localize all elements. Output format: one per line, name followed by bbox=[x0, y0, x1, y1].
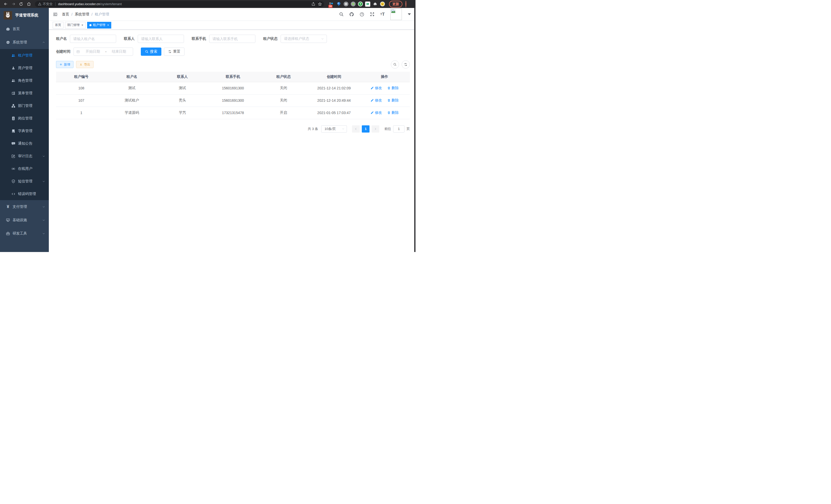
download-icon bbox=[79, 63, 83, 66]
create-time-range-picker[interactable]: 开始日期 - 结束日期 bbox=[74, 48, 133, 56]
extension-icon-2[interactable] bbox=[336, 2, 341, 7]
sidebar-item-user[interactable]: 用户管理 bbox=[0, 62, 49, 74]
sidebar-item-system[interactable]: 系统管理 bbox=[0, 36, 49, 49]
breadcrumb-home[interactable]: 首页 bbox=[62, 12, 69, 17]
search-button[interactable]: 搜索 bbox=[141, 48, 161, 56]
sidebar-item-audit[interactable]: 审计日志 bbox=[0, 150, 49, 162]
avatar[interactable] bbox=[390, 8, 402, 20]
status-select-placeholder: 请选择租户状态 bbox=[284, 36, 309, 41]
sidebar-item-dept[interactable]: 部门管理 bbox=[0, 99, 49, 112]
github-icon[interactable] bbox=[349, 12, 354, 17]
fullscreen-icon[interactable] bbox=[370, 12, 375, 17]
edit-link[interactable]: 修改 bbox=[371, 111, 382, 115]
export-button[interactable]: 导出 bbox=[76, 61, 93, 68]
sidebar-item-notice[interactable]: 通知公告 bbox=[0, 137, 49, 150]
goto-page-input[interactable] bbox=[393, 125, 404, 132]
contact-input[interactable] bbox=[138, 35, 184, 43]
page-size-value: 10条/页 bbox=[324, 127, 336, 131]
font-size-icon[interactable]: TT bbox=[380, 12, 385, 17]
mobile-input[interactable] bbox=[209, 35, 255, 43]
shield-check-icon bbox=[11, 179, 16, 183]
breadcrumb-system[interactable]: 系统管理 bbox=[75, 12, 89, 17]
not-secure-indicator[interactable]: 不安全 bbox=[38, 2, 53, 6]
delete-link[interactable]: 删除 bbox=[387, 98, 399, 103]
filter-row-2: 创建时间 开始日期 - 结束日期 搜索 重置 bbox=[56, 48, 410, 56]
cell-created: 2021-12-14 20:49:44 bbox=[309, 94, 360, 107]
browser-update-button[interactable]: 更新 bbox=[389, 1, 402, 7]
export-button-label: 导出 bbox=[84, 62, 90, 67]
sidebar-item-infra[interactable]: 基础设施 bbox=[0, 213, 49, 227]
app-logo-row[interactable]: 芋道管理系统 bbox=[0, 8, 49, 22]
sidebar-item-role[interactable]: 角色管理 bbox=[0, 74, 49, 87]
sidebar-item-online[interactable]: 在线用户 bbox=[0, 162, 49, 175]
edit-link[interactable]: 修改 bbox=[371, 86, 382, 90]
sidebar-item-pay[interactable]: ¥ 支付管理 bbox=[0, 200, 49, 213]
delete-label: 删除 bbox=[392, 98, 399, 103]
chat-bubble-icon bbox=[11, 142, 16, 146]
add-button[interactable]: 新增 bbox=[56, 61, 74, 68]
refresh-table-button[interactable] bbox=[402, 60, 410, 68]
edit-link[interactable]: 修改 bbox=[371, 98, 382, 103]
help-icon[interactable] bbox=[360, 12, 364, 17]
extension-emoji-icon[interactable] bbox=[380, 2, 385, 6]
online-user-icon bbox=[11, 167, 16, 171]
close-icon[interactable]: × bbox=[82, 23, 83, 27]
delete-link[interactable]: 删除 bbox=[387, 86, 399, 90]
tab-tenant[interactable]: 租户管理 × bbox=[87, 22, 111, 29]
search-icon bbox=[145, 50, 148, 53]
toggle-search-button[interactable] bbox=[391, 60, 399, 68]
extension-icon-1[interactable]: 10 bbox=[328, 2, 334, 7]
sidebar-item-tool[interactable]: 研发工具 bbox=[0, 227, 49, 240]
trash-icon bbox=[387, 111, 391, 114]
table-header-row: 租户编号 租户名 联系人 联系手机 租户状态 创建时间 操作 bbox=[56, 72, 410, 82]
gear-icon bbox=[6, 40, 10, 45]
sidebar-item-label: 研发工具 bbox=[12, 231, 27, 236]
next-page-button[interactable] bbox=[372, 125, 379, 132]
extension-icon-6[interactable] bbox=[365, 2, 370, 7]
browser-back-button[interactable] bbox=[3, 1, 9, 7]
sidebar-item-post[interactable]: 岗位管理 bbox=[0, 112, 49, 125]
delete-link[interactable]: 删除 bbox=[387, 111, 399, 115]
calendar-icon bbox=[76, 50, 80, 53]
sidebar-item-home[interactable]: 首页 bbox=[0, 22, 49, 36]
tenant-name-input[interactable] bbox=[70, 35, 116, 43]
cell-mobile: 15601691300 bbox=[208, 94, 258, 107]
extension-icon-3[interactable] bbox=[344, 2, 348, 6]
sidebar-item-errcode[interactable]: 错误码管理 bbox=[0, 187, 49, 200]
page-number-button[interactable]: 1 bbox=[362, 125, 370, 132]
extension-icon-4[interactable] bbox=[351, 2, 355, 6]
col-status: 租户状态 bbox=[258, 72, 309, 82]
tab-home[interactable]: 首页 bbox=[53, 22, 63, 29]
reset-button[interactable]: 重置 bbox=[164, 48, 184, 56]
prev-page-button[interactable] bbox=[352, 125, 360, 132]
browser-forward-button[interactable] bbox=[10, 1, 17, 7]
cell-contact: 芋艿 bbox=[157, 107, 208, 119]
address-bar[interactable]: 不安全 dashboard.yudao.iocoder.cn/system/te… bbox=[35, 1, 324, 7]
browser-home-button[interactable] bbox=[26, 1, 32, 7]
sidebar-item-sms[interactable]: 短信管理 bbox=[0, 175, 49, 187]
chevron-down-icon bbox=[42, 232, 45, 235]
close-icon[interactable]: × bbox=[107, 23, 109, 27]
avatar-caret-icon[interactable] bbox=[408, 13, 411, 15]
window-edge bbox=[414, 8, 416, 252]
tab-label: 租户管理 bbox=[93, 23, 105, 27]
sidebar-item-menu[interactable]: 菜单管理 bbox=[0, 87, 49, 99]
goto-label: 前往 bbox=[384, 127, 391, 131]
tab-dept[interactable]: 部门管理 × bbox=[65, 22, 86, 29]
browser-menu-icon[interactable]: ⋮⋮⋮ bbox=[404, 2, 407, 6]
sidebar-item-label: 基础设施 bbox=[12, 218, 27, 223]
extension-icon-5[interactable]: Y bbox=[358, 2, 363, 6]
sidebar-item-tenant[interactable]: 租户管理 bbox=[0, 49, 49, 62]
extension-puzzle-icon[interactable] bbox=[373, 2, 378, 7]
page-size-select[interactable]: 10条/页 bbox=[321, 125, 347, 132]
header-search-icon[interactable] bbox=[339, 12, 344, 17]
cell-status: 开启 bbox=[258, 107, 309, 119]
bookmark-star-icon[interactable] bbox=[317, 1, 323, 7]
sidebar-item-dict[interactable]: 字典管理 bbox=[0, 125, 49, 137]
status-select[interactable]: 请选择租户状态 bbox=[281, 35, 327, 43]
sidebar-collapse-icon[interactable] bbox=[53, 12, 58, 17]
browser-reload-button[interactable] bbox=[18, 1, 24, 7]
share-icon[interactable] bbox=[310, 1, 316, 7]
cell-tenant-name: 测试 bbox=[107, 82, 157, 94]
sidebar-item-label: 短信管理 bbox=[18, 179, 32, 184]
